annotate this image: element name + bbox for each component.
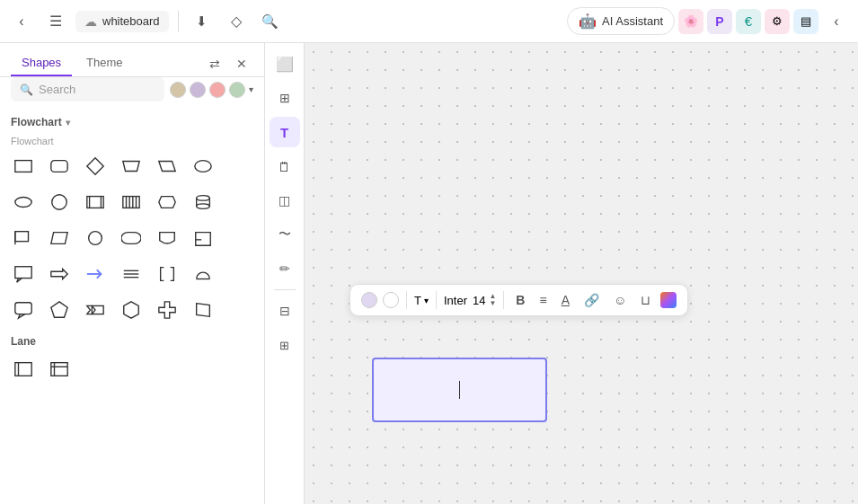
shape-hexagon[interactable] (115, 294, 147, 326)
search-row: 🔍 ▾ (0, 77, 264, 109)
svg-rect-1 (51, 161, 67, 172)
swatch-dropdown-icon[interactable]: ▾ (249, 84, 253, 94)
menu-button[interactable]: ☰ (41, 7, 70, 36)
svg-point-7 (52, 195, 67, 210)
ai-gradient-icon[interactable] (660, 292, 677, 308)
font-select[interactable]: T ▾ (414, 294, 429, 307)
shape-circle-sm[interactable] (79, 222, 111, 254)
search-wrap: 🔍 (11, 77, 164, 102)
shape-semicircle[interactable] (187, 258, 219, 290)
divider (178, 11, 179, 32)
tool-note[interactable]: 🗒 (270, 151, 300, 181)
back-button[interactable]: ‹ (7, 7, 36, 36)
shape-tilt[interactable] (187, 294, 219, 326)
svg-marker-36 (19, 314, 25, 319)
shape-double-arrow[interactable] (115, 258, 147, 290)
shape-callout[interactable] (7, 258, 40, 290)
fill-circle-icon[interactable] (361, 292, 377, 308)
shape-trapezoid[interactable] (115, 150, 147, 182)
section-arrow-icon: ▾ (66, 118, 70, 128)
nav-chevron-left[interactable]: ‹ (822, 7, 851, 36)
shape-cylinder[interactable] (187, 186, 219, 218)
shape-double-rect2[interactable] (115, 186, 147, 218)
svg-point-5 (195, 161, 211, 172)
svg-point-20 (197, 204, 210, 209)
shapes-grid-row2 (7, 184, 257, 220)
swatch-2[interactable] (190, 82, 206, 98)
stroke-circle-icon[interactable] (383, 292, 399, 308)
tool-table[interactable]: ⊞ (270, 330, 300, 360)
ext-icon-4[interactable]: ⚙ (765, 9, 790, 34)
svg-point-17 (197, 196, 210, 201)
shape-callout2[interactable] (7, 294, 40, 326)
svg-marker-28 (17, 279, 22, 283)
shape-parallelogram[interactable] (151, 150, 183, 182)
shape-lane2[interactable] (43, 353, 75, 385)
shape-lane1[interactable] (7, 353, 40, 385)
shape-circle[interactable] (43, 186, 75, 218)
text-box[interactable] (372, 358, 547, 422)
search-input[interactable] (39, 83, 155, 96)
tool-image[interactable]: ◫ (270, 185, 300, 216)
align-button[interactable]: ≡ (535, 290, 551, 310)
tool-text[interactable]: T (270, 117, 300, 147)
shape-ribbon[interactable] (79, 294, 111, 326)
shape-note[interactable] (187, 222, 219, 254)
font-size-arrows[interactable]: ▲▼ (489, 293, 496, 307)
emoji-button[interactable]: ☺ (609, 290, 631, 310)
text-color-button[interactable]: A (557, 290, 574, 310)
left-panel: Shapes Theme ⇄ ✕ 🔍 ▾ Flowchart (0, 43, 265, 504)
ai-assistant-button[interactable]: 🤖 AI Assistant (567, 7, 675, 35)
search-button[interactable]: 🔍 (256, 7, 285, 36)
tab-title[interactable]: ☁ whiteboard (75, 11, 169, 32)
svg-marker-40 (124, 302, 139, 318)
shapes-grid-row1 (7, 148, 257, 184)
ext-icon-2[interactable]: P (707, 9, 732, 34)
more-button[interactable]: ⊔ (636, 290, 655, 310)
shape-pentagon[interactable] (43, 294, 75, 326)
swatch-3[interactable] (209, 82, 226, 98)
svg-marker-16 (159, 197, 175, 208)
bold-button[interactable]: B (511, 290, 529, 310)
shape-rounded-rect[interactable] (43, 150, 75, 182)
font-name-display[interactable]: Inter (444, 294, 467, 307)
ext-icon-5[interactable]: ▤ (793, 9, 818, 34)
shape-rectangle[interactable] (7, 150, 40, 182)
section-header-lane: Lane (7, 328, 257, 351)
shape-cross[interactable] (151, 294, 183, 326)
download-button[interactable]: ⬇ (188, 7, 217, 36)
tool-pen[interactable]: ✏ (270, 253, 300, 284)
swatch-1[interactable] (170, 82, 186, 98)
shape-bracket[interactable] (151, 258, 183, 290)
shape-arrow-right[interactable] (43, 258, 75, 290)
ai-logo-icon: 🤖 (579, 13, 597, 30)
shape-rect-flag[interactable] (7, 222, 40, 254)
tool-shapes[interactable]: ⬜ (270, 49, 300, 79)
link-button[interactable]: 🔗 (579, 290, 604, 310)
swatch-4[interactable] (229, 82, 245, 98)
shape-stadium[interactable] (115, 222, 147, 254)
shape-oval[interactable] (7, 186, 40, 218)
shape-data[interactable] (43, 222, 75, 254)
svg-marker-38 (87, 305, 95, 314)
shapes-content: Flowchart ▾ Flowchart (0, 109, 264, 504)
ext-icon-3[interactable]: € (736, 9, 761, 34)
close-panel-button[interactable]: ✕ (230, 52, 253, 75)
tool-curve[interactable]: 〜 (270, 219, 300, 250)
shape-diamond[interactable] (79, 150, 111, 182)
shape-ellipse[interactable] (187, 150, 219, 182)
tool-frame[interactable]: ⊞ (270, 83, 300, 113)
tool-template[interactable]: ⊟ (270, 296, 300, 326)
shape-thin-arrow[interactable] (79, 258, 111, 290)
tab-shapes[interactable]: Shapes (11, 50, 72, 76)
search-icon: 🔍 (20, 84, 33, 96)
canvas-area[interactable]: T ▾ Inter 14 ▲▼ B ≡ A 🔗 ☺ ⊔ (305, 43, 858, 504)
ext-icon-1[interactable]: 🌸 (678, 9, 703, 34)
shapes-grid-row4 (7, 256, 257, 292)
shape-hexrect[interactable] (151, 186, 183, 218)
shape-double-rect[interactable] (79, 186, 111, 218)
sort-icon-button[interactable]: ⇄ (203, 52, 226, 75)
tag-button[interactable]: ◇ (222, 7, 251, 36)
tab-theme[interactable]: Theme (75, 50, 133, 76)
shape-doc[interactable] (151, 222, 183, 254)
